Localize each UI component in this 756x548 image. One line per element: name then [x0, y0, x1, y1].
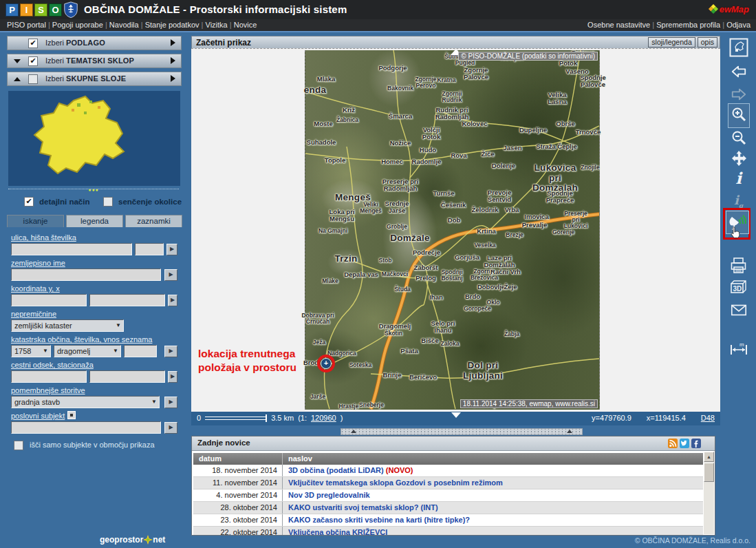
news-link[interactable]: Nov 3D pregledovalnik: [288, 491, 370, 499]
sidebar-splitter[interactable]: ●●●: [8, 189, 179, 193]
menu-item[interactable]: Pogoji uporabe: [52, 21, 103, 29]
map-viewport[interactable]: ŠutnaPugledPodgorjeNevljahPirševoPotokVa…: [191, 48, 720, 412]
map-place-label: Zgornje Perovo: [415, 76, 436, 89]
map-place-label: Soteska: [349, 362, 372, 368]
services-select[interactable]: gradnja stavb: [11, 396, 160, 408]
description-button[interactable]: opis: [698, 37, 717, 48]
news-link[interactable]: Vključitev tematskega sklopa Gozdovi s p…: [288, 478, 503, 487]
road-section-input[interactable]: [11, 370, 87, 383]
menu-item[interactable]: Vizitka: [206, 21, 228, 29]
road-search-button[interactable]: ▶: [168, 371, 177, 383]
geoname-search-button[interactable]: ▶: [164, 269, 177, 281]
business-input[interactable]: [11, 421, 161, 434]
collapse-down-arrow-icon[interactable]: [451, 412, 461, 418]
identify-group-button[interactable]: ig: [734, 193, 743, 209]
menu-item[interactable]: Sprememba profila: [656, 21, 720, 29]
menu-item[interactable]: Novice: [234, 21, 257, 29]
splitter-handle-icon[interactable]: ●●●: [88, 187, 99, 192]
history-forward-button[interactable]: [730, 86, 748, 105]
skupni-checkbox[interactable]: [28, 74, 38, 84]
map-place-label: Zaboršt: [414, 264, 438, 271]
news-link[interactable]: KAKO ustvariti svoj tematski sklop? (INT…: [288, 503, 438, 512]
expand-right-icon[interactable]: [171, 75, 175, 82]
cadastral-search-button[interactable]: ▶: [164, 346, 177, 357]
shade-surroundings-checkbox[interactable]: [103, 197, 113, 207]
twitter-icon[interactable]: [680, 439, 689, 448]
zoom-in-button[interactable]: [728, 103, 750, 128]
news-link[interactable]: 3D občina (podatki LiDAR): [288, 466, 384, 474]
detail-mode-checkbox[interactable]: ✔: [24, 197, 34, 207]
facebook-icon[interactable]: [691, 439, 701, 448]
menu-item[interactable]: Osebne nastavitve: [587, 21, 650, 29]
business-search-button[interactable]: ▶: [164, 422, 177, 434]
tematski-checkbox[interactable]: ✔: [28, 56, 38, 66]
history-back-button[interactable]: [730, 63, 748, 83]
menu-item[interactable]: Odjava: [726, 21, 750, 29]
panel-header-skupni-sloji[interactable]: Izberi SKUPNE SLOJE: [7, 72, 182, 86]
collapse-up-icon[interactable]: [14, 77, 21, 81]
map-place-label: Brezje: [506, 232, 523, 238]
services-search-button[interactable]: ▶: [164, 397, 177, 408]
coordinate-label[interactable]: koordinata y, x: [11, 284, 60, 293]
print-button[interactable]: [729, 256, 748, 278]
menu-item[interactable]: PISO portal: [7, 21, 46, 29]
geoprostor-logo[interactable]: geoprostor net: [100, 535, 165, 545]
tab-search[interactable]: iskanje: [7, 215, 64, 227]
municipality-overview-thumbnail[interactable]: [8, 91, 180, 186]
tab-bookmarks[interactable]: zaznamki: [125, 215, 182, 227]
view-3d-button[interactable]: 3D: [729, 278, 748, 300]
coordinate-x-input[interactable]: [89, 294, 165, 306]
services-label[interactable]: pomembnejše storitve: [11, 386, 85, 394]
menu-item[interactable]: Navodila: [109, 21, 139, 29]
coordinate-search-button[interactable]: ▶: [168, 295, 177, 306]
panel-header-tematski-sklop[interactable]: ✔ Izberi TEMATSKI SKLOP: [7, 54, 182, 68]
parcel-number-input[interactable]: [124, 345, 157, 357]
scale-line[interactable]: [205, 417, 267, 420]
cadastral-label[interactable]: katastrska občina, številka, vnos seznam…: [11, 335, 152, 344]
street-search-button[interactable]: ▶: [166, 244, 177, 255]
satellite-map[interactable]: ŠutnaPugledPodgorjeNevljahPirševoPotokVa…: [305, 50, 600, 410]
splitter-arrow-icon[interactable]: [351, 430, 356, 433]
splitter-arrow-icon[interactable]: [567, 430, 572, 433]
scale-ratio-link[interactable]: 120960: [311, 414, 336, 422]
business-label[interactable]: poslovni subjekt: [11, 412, 65, 420]
overview-extent-button[interactable]: [729, 38, 748, 60]
coordinate-y-input[interactable]: [11, 294, 87, 306]
pan-button[interactable]: [730, 149, 748, 170]
identify-button[interactable]: i: [735, 169, 742, 187]
logo-letter-p: P: [6, 3, 19, 17]
news-link[interactable]: KAKO začasno skriti vsebine na karti (hi…: [288, 516, 470, 524]
stationing-input[interactable]: [89, 370, 165, 383]
rss-icon[interactable]: [668, 439, 678, 448]
menu-item[interactable]: Stanje podatkov: [145, 21, 199, 29]
geoname-label[interactable]: zemljepisno ime: [11, 259, 65, 267]
measure-button[interactable]: m: [728, 341, 749, 360]
business-area-filter-checkbox[interactable]: [14, 441, 23, 450]
street-input[interactable]: [11, 243, 132, 255]
realestate-select[interactable]: zemljiški kataster: [11, 319, 124, 332]
cadastral-name-select[interactable]: dragomelj: [54, 345, 121, 357]
news-scrollbar[interactable]: ▲: [704, 452, 714, 534]
street-label[interactable]: ulica, hišna številka: [11, 233, 76, 242]
scrollbar-thumb[interactable]: [704, 463, 714, 482]
news-panel-splitter[interactable]: [341, 428, 583, 435]
panel-header-podlago[interactable]: ✔ Izberi PODLAGO: [7, 36, 182, 50]
news-row: 23. oktober 2014KAKO začasno skriti vseb…: [193, 514, 703, 527]
collapse-down-icon[interactable]: [14, 59, 21, 63]
realestate-label[interactable]: nepremičnine: [11, 310, 56, 318]
business-info-icon[interactable]: [67, 411, 76, 419]
datum-link[interactable]: D48: [701, 414, 715, 422]
map-place-label: Študa: [394, 286, 411, 293]
expand-right-icon[interactable]: [171, 39, 175, 46]
tab-legend[interactable]: legenda: [66, 215, 123, 227]
send-mail-button[interactable]: [729, 301, 748, 322]
house-number-input[interactable]: [135, 243, 164, 255]
scrollbar-up-arrow[interactable]: ▲: [704, 452, 714, 462]
zoom-out-button[interactable]: [730, 129, 748, 149]
layers-legend-button[interactable]: sloji/legenda: [648, 37, 695, 48]
cadastral-code-select[interactable]: 1758: [11, 345, 51, 357]
road-section-label[interactable]: cestni odsek, stacionaža: [11, 361, 94, 369]
geoname-input[interactable]: [11, 268, 161, 281]
podlago-checkbox[interactable]: ✔: [28, 39, 38, 48]
expand-right-icon[interactable]: [171, 57, 175, 64]
